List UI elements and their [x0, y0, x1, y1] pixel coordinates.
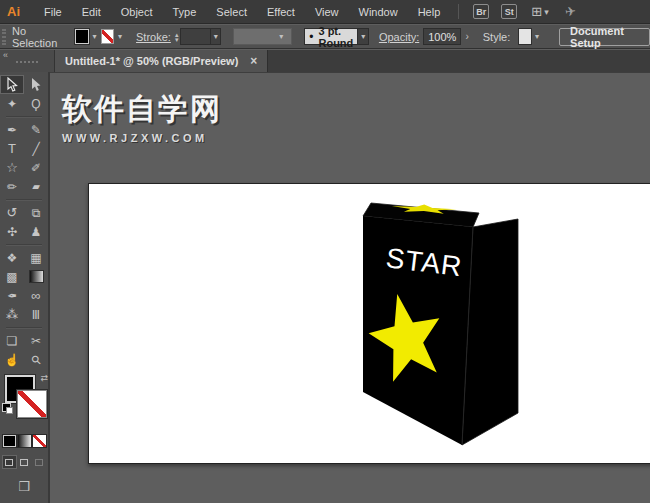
panel-grip[interactable]	[2, 29, 6, 45]
star-box-artwork[interactable]: STAR	[350, 191, 525, 456]
close-icon[interactable]: ×	[250, 54, 257, 68]
direct-selection-cursor-icon	[30, 77, 42, 92]
scale-tool[interactable]: ⧉	[24, 203, 48, 222]
toolbar: ✦ Ϙ ✒ ✎ T ╱ ☆ ✐ ✏ ▰ ↺ ⧉ ✣ ♟ ❖ ▦ ▩ ✒ ∞ ⁂ …	[0, 72, 50, 503]
fill-stroke-indicator: ⇄	[0, 373, 50, 429]
toolbar-grip[interactable]	[16, 61, 38, 63]
collapse-toolbar-icon[interactable]: «	[3, 50, 8, 60]
paint-style-buttons	[0, 435, 48, 447]
chevron-down-icon[interactable]: ▾	[544, 7, 549, 17]
width-profile-value: 3 pt. Round	[318, 25, 353, 49]
menu-view[interactable]: View	[305, 6, 349, 18]
star-shape-tool[interactable]: ☆	[0, 158, 24, 177]
opacity-label[interactable]: Opacity:	[379, 31, 419, 43]
menu-type[interactable]: Type	[163, 6, 207, 18]
default-fill-stroke-icon[interactable]	[2, 403, 11, 412]
style-swatch[interactable]	[519, 29, 531, 44]
line-segment-tool[interactable]: ╱	[24, 139, 48, 158]
width-tool[interactable]: ✣	[0, 222, 24, 241]
symbol-sprayer-tool[interactable]: ⁂	[0, 305, 24, 324]
menu-select[interactable]: Select	[206, 6, 257, 18]
gradient-tool[interactable]	[24, 267, 48, 286]
none-button[interactable]	[33, 435, 46, 447]
gpu-performance-icon[interactable]: ✈	[564, 3, 577, 19]
opacity-field[interactable]: 100%	[423, 28, 461, 45]
brush-definition-dropdown: ▾	[233, 28, 292, 45]
rotate-tool[interactable]: ↺	[0, 203, 24, 222]
watermark: 软件自学网 WWW.RJZXW.COM	[62, 89, 222, 144]
document-setup-button[interactable]: Document Setup	[559, 28, 650, 46]
menu-window[interactable]: Window	[349, 6, 408, 18]
watermark-subtitle: WWW.RJZXW.COM	[62, 132, 222, 144]
canvas-pasteboard[interactable]: 软件自学网 WWW.RJZXW.COM STAR	[50, 72, 650, 503]
menu-effect[interactable]: Effect	[257, 6, 305, 18]
mesh-tool[interactable]: ▩	[0, 267, 24, 286]
chevron-right-icon[interactable]: ›	[461, 31, 472, 42]
chevron-down-icon[interactable]: ▾	[114, 32, 126, 41]
column-graph-tool[interactable]: Ⅲ	[24, 305, 48, 324]
menu-bar: Ai File Edit Object Type Select Effect V…	[0, 0, 650, 24]
draw-normal-icon	[5, 459, 13, 466]
shape-builder-tool[interactable]: ❖	[0, 248, 24, 267]
stroke-label[interactable]: Stroke:	[136, 31, 171, 43]
screen-mode-button[interactable]: ❒	[0, 479, 48, 494]
menu-file[interactable]: File	[34, 6, 72, 18]
draw-behind-button[interactable]	[17, 455, 32, 469]
toolbar-divider	[6, 327, 42, 328]
pen-tool[interactable]: ✒	[0, 120, 24, 139]
lasso-tool[interactable]: Ϙ	[24, 94, 48, 113]
gradient-button[interactable]	[18, 435, 31, 447]
watermark-title: 软件自学网	[62, 89, 222, 130]
menu-help[interactable]: Help	[408, 6, 451, 18]
direct-selection-tool[interactable]	[24, 75, 48, 94]
curvature-tool[interactable]: ✎	[24, 120, 48, 139]
toolbar-header: «	[0, 50, 55, 72]
draw-behind-icon	[20, 459, 28, 466]
round-brush-dot-icon: •	[309, 30, 313, 44]
swap-fill-stroke-icon[interactable]: ⇄	[40, 373, 48, 383]
stock-icon[interactable]: St	[501, 4, 517, 19]
chevron-down-icon[interactable]: ▾	[89, 32, 101, 41]
blend-tool[interactable]: ∞	[24, 286, 48, 305]
paintbrush-tool[interactable]: ✐	[24, 158, 48, 177]
eyedropper-tool[interactable]: ✒	[0, 286, 24, 305]
stroke-none-swatch[interactable]	[17, 390, 47, 418]
selection-tool[interactable]	[0, 75, 24, 94]
stepper-down-icon[interactable]: ▾	[175, 37, 179, 42]
stroke-color-swatch[interactable]	[101, 29, 114, 44]
menu-divider	[458, 4, 459, 19]
fill-color-swatch[interactable]	[75, 29, 88, 44]
slice-tool[interactable]: ✂	[24, 331, 48, 350]
gradient-chip-icon	[30, 271, 43, 282]
perspective-grid-tool[interactable]: ▦	[24, 248, 48, 267]
toolbar-divider	[6, 116, 42, 117]
document-tab[interactable]: Untitled-1* @ 50% (RGB/Preview) ×	[55, 50, 268, 72]
artboard-tool[interactable]: ❏	[0, 331, 24, 350]
bridge-icon[interactable]: Br	[473, 4, 489, 19]
draw-normal-button[interactable]	[2, 455, 17, 469]
chevron-down-icon: ▾	[275, 32, 287, 41]
eyedropper-icon: ✒	[7, 289, 17, 303]
type-tool[interactable]: T	[0, 139, 24, 158]
eraser-tool[interactable]: ▰	[24, 177, 48, 196]
chevron-down-icon[interactable]: ▾	[531, 32, 543, 41]
stroke-weight-stepper[interactable]: ▴ ▾	[175, 32, 179, 42]
zoom-tool[interactable]: ⚲	[24, 350, 48, 369]
stroke-weight-field[interactable]	[180, 28, 211, 45]
width-profile-dropdown[interactable]: • 3 pt. Round	[304, 28, 358, 45]
toolbar-divider	[6, 199, 42, 200]
chevron-down-icon[interactable]: ▾	[211, 28, 221, 45]
selection-cursor-icon	[6, 77, 18, 92]
puppet-warp-tool[interactable]: ♟	[24, 222, 48, 241]
draw-inside-button	[32, 455, 47, 469]
pencil-tool[interactable]: ✏	[0, 177, 24, 196]
hand-tool[interactable]: ☝	[0, 350, 24, 369]
chevron-down-icon[interactable]: ▾	[358, 28, 368, 45]
toolbar-divider	[6, 244, 42, 245]
color-button[interactable]	[3, 435, 16, 447]
draw-inside-icon	[35, 459, 43, 466]
menu-edit[interactable]: Edit	[72, 6, 111, 18]
workspace-switcher-icon[interactable]: ⊞	[531, 4, 542, 19]
magic-wand-tool[interactable]: ✦	[0, 94, 24, 113]
menu-object[interactable]: Object	[111, 6, 163, 18]
